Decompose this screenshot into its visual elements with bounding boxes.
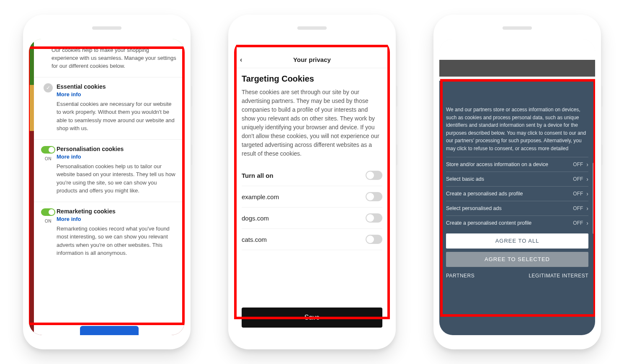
section-title: Personalisation cookies (57, 146, 177, 152)
agree-all-button[interactable]: AGREE TO ALL (446, 233, 588, 249)
phone-mock-1: Our cookies help to make your shopping e… (23, 15, 191, 349)
more-info-link[interactable]: More info (57, 91, 177, 97)
back-icon[interactable]: ‹ (240, 56, 242, 64)
turn-all-label: Turn all on (242, 172, 273, 179)
page-title: Targeting Cookies (242, 74, 382, 84)
purpose-row[interactable]: Create a personalised ads profile OFF › (446, 186, 588, 201)
purpose-label: Create a personalised ads profile (446, 191, 573, 197)
more-info-link[interactable]: More info (57, 216, 177, 222)
section-title: Remarketing cookies (57, 208, 177, 215)
legitimate-interest-link[interactable]: LEGITIMATE INTEREST (529, 273, 588, 279)
state-label: OFF (573, 176, 583, 182)
more-info-link[interactable]: More info (57, 154, 177, 160)
chevron-right-icon: › (586, 190, 588, 197)
cookie-section-personalisation: ON Personalisation cookies More info Per… (34, 139, 185, 202)
toggle-switch[interactable] (366, 235, 382, 244)
purpose-row[interactable]: Create a personalised content profile OF… (446, 215, 588, 230)
cookie-settings-panel: Our cookies help to make your shopping e… (34, 39, 185, 335)
partners-link[interactable]: PARTNERS (446, 273, 474, 279)
toggle-switch[interactable] (366, 192, 382, 201)
save-button-label: Save (304, 314, 320, 321)
purpose-label: Select basic ads (446, 176, 573, 182)
agree-selected-label: AGREE TO SELECTED (485, 256, 550, 262)
save-button[interactable]: Save (242, 308, 382, 328)
check-icon: ✓ (44, 83, 53, 92)
save-button-partial[interactable] (80, 326, 139, 335)
phone-mock-3: We and our partners store or access info… (433, 15, 601, 349)
screen-2: ‹ Your privacy Targeting Cookies These c… (234, 39, 390, 335)
purpose-row[interactable]: Select personalised ads OFF › (446, 201, 588, 215)
section-desc: Personalisation cookies help us to tailo… (57, 162, 177, 195)
consent-intro: We and our partners store or access info… (446, 87, 588, 153)
cookie-intro-text: Our cookies help to make your shopping e… (34, 39, 185, 77)
state-label: OFF (573, 161, 583, 167)
chevron-right-icon: › (586, 161, 588, 168)
page-desc: These cookies are set through our site b… (242, 88, 382, 158)
state-label: OFF (573, 191, 583, 197)
toggle-on-icon[interactable] (41, 146, 55, 154)
phone-mock-2: ‹ Your privacy Targeting Cookies These c… (228, 15, 396, 349)
toggle-switch[interactable] (366, 213, 382, 223)
purpose-row[interactable]: Select basic ads OFF › (446, 172, 588, 186)
screen-3: We and our partners store or access info… (439, 39, 595, 335)
agree-selected-button[interactable]: AGREE TO SELECTED (446, 252, 588, 267)
cookie-section-remarketing: ON Remarketing cookies More info Remarke… (34, 202, 185, 264)
section-desc: Remarketing cookies record what you've f… (57, 225, 177, 257)
vendor-label: example.com (242, 193, 279, 200)
state-label: OFF (573, 205, 583, 211)
purpose-row[interactable]: Store and/or access information on a dev… (446, 157, 588, 172)
scrollbar[interactable] (593, 163, 594, 234)
vendor-row: example.com (242, 186, 382, 208)
toggle-switch[interactable] (366, 171, 382, 180)
vendor-label: dogs.com (242, 215, 269, 222)
screen-1: Our cookies help to make your shopping e… (29, 39, 185, 335)
cookie-section-essential: ✓ Essential cookies More info Essential … (34, 77, 185, 139)
purpose-label: Store and/or access information on a dev… (446, 161, 573, 167)
state-label: OFF (573, 220, 583, 226)
turn-all-on-row: Turn all on (242, 165, 382, 186)
chevron-right-icon: › (586, 220, 588, 226)
section-title: Essential cookies (57, 83, 177, 90)
agree-all-label: AGREE TO ALL (495, 238, 539, 244)
purpose-label: Create a personalised content profile (446, 220, 573, 226)
toggle-state-label: ON (40, 219, 57, 223)
chevron-right-icon: › (586, 176, 588, 182)
dialog-header: ‹ Your privacy (234, 51, 390, 68)
purpose-list: Store and/or access information on a dev… (446, 157, 588, 230)
toggle-on-icon[interactable] (41, 208, 55, 216)
vendor-row: dogs.com (242, 208, 382, 229)
consent-panel: We and our partners store or access info… (439, 81, 595, 335)
dialog-title: Your privacy (293, 56, 331, 63)
purpose-label: Select personalised ads (446, 205, 573, 211)
chevron-right-icon: › (586, 205, 588, 212)
vendor-row: cats.com (242, 229, 382, 250)
section-desc: Essential cookies are necessary for our … (57, 100, 177, 133)
toggle-state-label: ON (40, 156, 57, 161)
vendor-label: cats.com (242, 236, 267, 243)
